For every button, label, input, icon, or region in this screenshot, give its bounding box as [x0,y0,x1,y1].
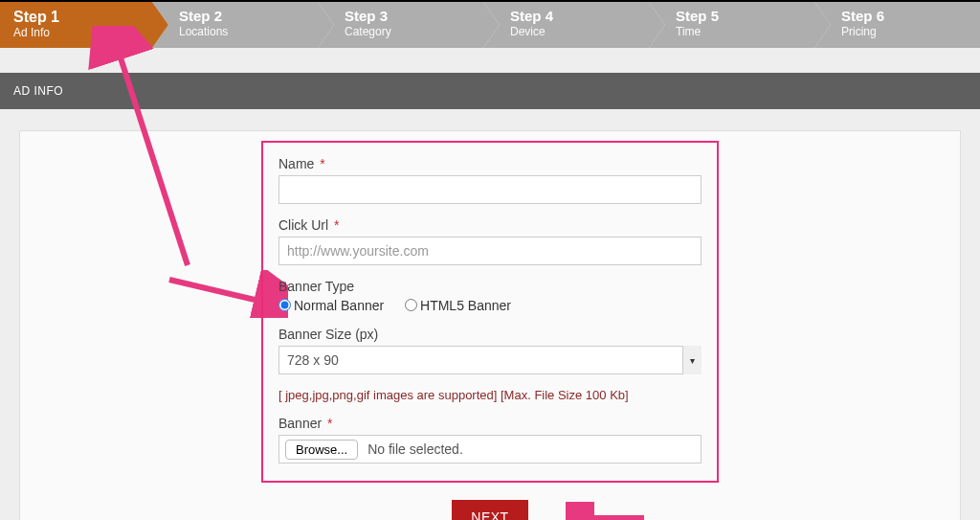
file-hint: [ jpeg,jpg,png,gif images are supported]… [278,388,702,402]
form-panel: Name * Click Url * Banner Type [19,130,961,520]
step-title: Step 5 [676,8,807,25]
radio-html5-banner[interactable]: HTML5 Banner [405,298,511,313]
step-4[interactable]: Step 4 Device [483,2,649,48]
clickurl-input[interactable] [278,237,702,265]
step-subtitle: Category [345,25,476,38]
file-status: No file selected. [368,441,463,457]
step-subtitle: Ad Info [13,26,145,39]
next-button[interactable]: NEXT [452,500,527,520]
required-indicator: * [327,416,332,431]
radio-label-text: HTML5 Banner [420,298,511,313]
step-1[interactable]: Step 1 Ad Info [0,2,152,48]
name-input[interactable] [278,175,702,204]
step-subtitle: Pricing [841,25,972,38]
radio-input[interactable] [405,299,417,311]
step-title: Step 2 [179,8,310,25]
bannersize-select[interactable] [278,346,702,374]
step-2[interactable]: Step 2 Locations [152,2,318,48]
step-title: Step 3 [345,8,476,25]
name-label: Name * [278,156,702,171]
label-text: Name [278,156,314,171]
annotation-arrow-icon [566,502,652,520]
required-indicator: * [334,217,339,233]
bannersize-label: Banner Size (px) [278,327,702,342]
wizard-steps: Step 1 Ad Info Step 2 Locations Step 3 C… [0,2,980,48]
section-heading: AD INFO [0,73,980,109]
label-text: Banner [278,416,322,431]
step-title: Step 4 [510,8,641,25]
step-subtitle: Device [510,25,641,38]
banner-label: Banner * [278,416,702,431]
step-title: Step 1 [13,8,145,26]
step-3[interactable]: Step 3 Category [318,2,483,48]
step-subtitle: Locations [179,25,310,38]
radio-input[interactable] [278,299,291,311]
step-subtitle: Time [676,25,807,38]
svg-line-1 [169,280,271,304]
browse-button[interactable]: Browse... [285,440,358,460]
radio-normal-banner[interactable]: Normal Banner [278,298,388,313]
required-indicator: * [320,156,324,171]
radio-label-text: Normal Banner [294,298,384,313]
clickurl-label: Click Url * [278,217,702,233]
step-6[interactable]: Step 6 Pricing [814,2,980,48]
ad-info-form: Name * Click Url * Banner Type [261,141,719,483]
step-title: Step 6 [841,8,972,25]
bannertype-label: Banner Type [278,279,702,294]
annotation-arrow-icon [78,26,250,275]
step-5[interactable]: Step 5 Time [649,2,814,48]
label-text: Click Url [278,217,328,233]
